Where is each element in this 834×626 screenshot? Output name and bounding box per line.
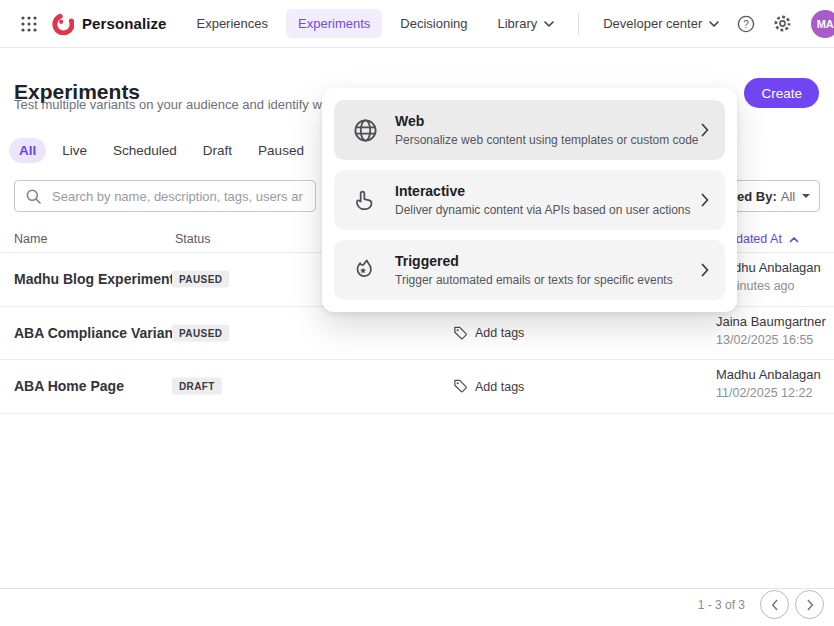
tag-icon bbox=[453, 379, 468, 394]
popover-item-title: Web bbox=[395, 113, 693, 129]
tag-icon bbox=[453, 325, 468, 340]
chevron-down-icon bbox=[709, 21, 719, 27]
updated-by: Madhu Anbalagan bbox=[716, 367, 821, 382]
updated-at: 11/02/2025 12:22 bbox=[716, 386, 821, 400]
chevron-left-icon bbox=[771, 599, 779, 611]
nav-item-experiments[interactable]: Experiments bbox=[286, 9, 382, 38]
user-avatar[interactable]: MA bbox=[811, 10, 834, 38]
updated-by: Jaina Baumgartner bbox=[716, 314, 826, 329]
tab-live[interactable]: Live bbox=[52, 138, 97, 163]
topbar-actions: ? MA bbox=[731, 9, 834, 39]
developer-center-label: Developer center bbox=[603, 16, 702, 31]
chevron-right-icon bbox=[701, 263, 709, 277]
brand-logo[interactable]: Personalize bbox=[52, 13, 166, 35]
flame-star-icon bbox=[350, 257, 380, 283]
add-tags-label: Add tags bbox=[475, 379, 524, 393]
column-header-name: Name bbox=[14, 232, 47, 246]
nav-item-experiences[interactable]: Experiences bbox=[184, 9, 280, 38]
search-box bbox=[14, 180, 316, 212]
popover-item-title: Interactive bbox=[395, 183, 693, 199]
tab-paused[interactable]: Paused bbox=[248, 138, 314, 163]
gear-icon bbox=[773, 14, 792, 33]
help-button[interactable]: ? bbox=[731, 9, 761, 39]
app-switcher-grid-icon[interactable] bbox=[14, 9, 44, 39]
popover-item-text: Triggered Trigger automated emails or te… bbox=[395, 253, 693, 287]
popover-item-description: Deliver dynamic content via APIs based o… bbox=[395, 203, 693, 217]
footer-divider bbox=[0, 588, 834, 589]
search-icon bbox=[25, 188, 42, 205]
grid-dots-icon bbox=[20, 15, 38, 33]
sort-ascending-icon bbox=[789, 236, 799, 243]
svg-text:?: ? bbox=[743, 18, 749, 29]
column-header-status: Status bbox=[175, 232, 210, 246]
caret-down-icon bbox=[802, 194, 810, 198]
globe-icon bbox=[350, 117, 380, 144]
chevron-right-icon bbox=[701, 193, 709, 207]
table-row[interactable]: ABA Compliance Variant PAUSED Add tags J… bbox=[0, 307, 834, 361]
status-badge: DRAFT bbox=[172, 378, 222, 395]
brand-name: Personalize bbox=[82, 15, 166, 32]
search-input[interactable] bbox=[50, 188, 305, 205]
nav-divider bbox=[578, 13, 579, 35]
popover-item-triggered[interactable]: Triggered Trigger automated emails or te… bbox=[334, 240, 725, 300]
top-navigation-bar: Personalize Experiences Experiments Deci… bbox=[0, 0, 834, 48]
status-badge: PAUSED bbox=[172, 324, 229, 341]
popover-item-text: Web Personalize web content using templa… bbox=[395, 113, 693, 147]
popover-item-interactive[interactable]: Interactive Deliver dynamic content via … bbox=[334, 170, 725, 230]
popover-item-web[interactable]: Web Personalize web content using templa… bbox=[334, 100, 725, 160]
primary-nav: Experiences Experiments Decisioning Libr… bbox=[184, 9, 566, 38]
popover-item-description: Trigger automated emails or texts for sp… bbox=[395, 273, 693, 287]
chevron-right-icon bbox=[701, 123, 709, 137]
tab-scheduled[interactable]: Scheduled bbox=[103, 138, 187, 163]
pagination-next-button[interactable] bbox=[795, 590, 824, 619]
settings-button[interactable] bbox=[767, 9, 797, 39]
popover-item-description: Personalize web content using templates … bbox=[395, 133, 693, 147]
help-icon: ? bbox=[736, 14, 756, 34]
nav-item-library-label: Library bbox=[497, 16, 537, 31]
row-meta: Jaina Baumgartner 13/02/2025 16:55 bbox=[716, 314, 826, 347]
pointer-hand-icon bbox=[350, 187, 380, 213]
pagination-prev-button[interactable] bbox=[760, 590, 789, 619]
sitecore-logo-icon bbox=[52, 13, 74, 35]
tab-draft[interactable]: Draft bbox=[193, 138, 242, 163]
updated-at: 13/02/2025 16:55 bbox=[716, 333, 826, 347]
nav-item-library[interactable]: Library bbox=[485, 9, 566, 38]
created-by-value: All bbox=[781, 189, 795, 204]
add-tags-label: Add tags bbox=[475, 326, 524, 340]
experiment-name-link[interactable]: ABA Home Page bbox=[14, 378, 124, 394]
add-tags-button[interactable]: Add tags bbox=[453, 379, 524, 394]
pagination-range: 1 - 3 of 3 bbox=[698, 598, 745, 612]
create-button[interactable]: Create bbox=[744, 78, 819, 108]
create-experiment-popover: Web Personalize web content using templa… bbox=[322, 88, 737, 312]
nav-item-decisioning[interactable]: Decisioning bbox=[388, 9, 479, 38]
chevron-right-icon bbox=[806, 599, 814, 611]
table-row[interactable]: ABA Home Page DRAFT Add tags Madhu Anbal… bbox=[0, 360, 834, 414]
experiment-name-link[interactable]: ABA Compliance Variant bbox=[14, 325, 178, 341]
experiment-name-link[interactable]: Madhu Blog Experiment bbox=[14, 271, 174, 287]
add-tags-button[interactable]: Add tags bbox=[453, 325, 524, 340]
chevron-down-icon bbox=[544, 21, 554, 27]
nav-item-developer-center[interactable]: Developer center bbox=[591, 9, 731, 38]
popover-item-text: Interactive Deliver dynamic content via … bbox=[395, 183, 693, 217]
popover-item-title: Triggered bbox=[395, 253, 693, 269]
tab-all[interactable]: All bbox=[9, 138, 46, 163]
status-badge: PAUSED bbox=[172, 271, 229, 288]
row-meta: Madhu Anbalagan 11/02/2025 12:22 bbox=[716, 367, 821, 400]
